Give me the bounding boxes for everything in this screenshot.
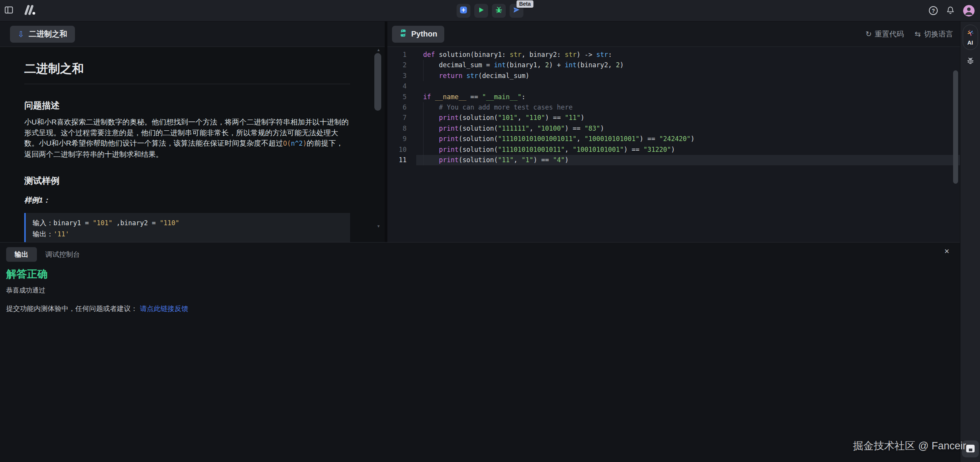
sample-label: 输出：	[33, 230, 53, 238]
reset-icon: ↻	[865, 30, 872, 38]
panel-divider[interactable]	[385, 22, 387, 242]
report-bug-button[interactable]	[966, 57, 975, 66]
code-line[interactable]: 11 print(solution("11", "1") == "4")	[387, 155, 960, 165]
indent-guide	[423, 145, 424, 155]
indent-guide	[423, 123, 424, 134]
sidebar-layout-icon	[5, 6, 13, 15]
debug-button[interactable]	[492, 4, 506, 18]
switch-language-button[interactable]: ⇆ 切换语言	[915, 29, 953, 39]
sample-line: 输入：binary1 = "101" ,binary2 = "110"	[33, 218, 343, 229]
user-avatar-icon	[963, 11, 975, 17]
scroll-up-arrow[interactable]: ▲	[377, 48, 380, 52]
sample-label: 输入：	[33, 219, 53, 227]
notifications-button[interactable]	[946, 6, 955, 16]
feedback-line: 提交功能内测体验中，任何问题或者建议：请点此链接反馈	[6, 304, 960, 313]
problem-title: 二进制之和	[24, 61, 350, 84]
language-tab[interactable]: Python	[392, 26, 444, 43]
problem-description: 小U和小R喜欢探索二进制数字的奥秘。他们想找到一个方法，将两个二进制字符串相加并…	[24, 117, 350, 160]
indent-guide	[423, 60, 424, 70]
indent-guide	[423, 155, 424, 165]
code-line[interactable]: 8 print(solution("111111", "10100") == "…	[387, 123, 960, 134]
line-number: 9	[387, 134, 407, 144]
problem-tabbar: ⇩ 二进制之和	[0, 22, 385, 47]
problem-switch-icon: ⇩	[18, 30, 24, 39]
switch-language-label: 切换语言	[924, 29, 953, 39]
bell-icon	[946, 6, 955, 16]
inline-code: n^2	[291, 140, 303, 147]
problem-scrollbar-thumb[interactable]	[374, 53, 381, 111]
output-panel: 输出 调试控制台 × 解答正确 恭喜成功通过 提交功能内测体验中，任何问题或者建…	[0, 242, 960, 462]
beta-badge: Beta	[517, 0, 533, 8]
tab-debug-console[interactable]: 调试控制台	[45, 250, 80, 259]
code-line[interactable]: 5if __name__ == "__main__":	[387, 92, 960, 102]
feedback-text: 提交功能内测体验中，任何问题或者建议：	[6, 305, 138, 312]
code-line[interactable]: 2 decimal_sum = int(binary1, 2) + int(bi…	[387, 60, 960, 70]
reset-code-button[interactable]: ↻ 重置代码	[865, 29, 904, 39]
play-icon	[478, 7, 485, 15]
problem-panel: ⇩ 二进制之和 二进制之和 问题描述 小U和小R喜欢探索二进制数字的奥秘。他们想…	[0, 22, 385, 242]
code-line[interactable]: 4	[387, 81, 960, 91]
bug-report-icon	[966, 61, 975, 66]
editor-header: Python ↻ 重置代码 ⇆ 切换语言	[387, 22, 960, 47]
close-panel-button[interactable]: ×	[944, 247, 949, 256]
ai-label: AI	[967, 39, 973, 46]
inline-code: )	[303, 140, 307, 147]
topbar: Beta ?	[0, 0, 980, 22]
avatar[interactable]	[963, 5, 975, 17]
app-logo[interactable]	[23, 5, 38, 17]
editor-scrollbar-thumb[interactable]	[953, 70, 958, 184]
result-subtitle: 恭喜成功通过	[6, 286, 960, 295]
add-square-icon	[460, 6, 467, 15]
indent-guide	[423, 102, 424, 113]
widget-corner-button[interactable]	[962, 440, 979, 457]
sample-str: '11'	[53, 230, 69, 238]
submit-button[interactable]: Beta	[510, 4, 523, 18]
indent-guide	[423, 71, 424, 81]
sample-code-block: 输入：binary1 = "101" ,binary2 = "110"输出：'1…	[24, 213, 350, 242]
sample-str: "110"	[159, 219, 179, 227]
code-line[interactable]: 10 print(solution("111010101001011", "10…	[387, 145, 960, 155]
description-heading: 问题描述	[24, 100, 350, 111]
ai-assistant-button[interactable]: AI	[963, 25, 978, 50]
tab-output[interactable]: 输出	[6, 247, 37, 262]
line-number: 2	[387, 60, 407, 70]
code-line[interactable]: 7 print(solution("101", "110") == "11")	[387, 113, 960, 123]
code-line[interactable]: 9 print(solution("111010101001001011", "…	[387, 134, 960, 144]
line-number: 7	[387, 113, 407, 123]
ai-sparkle-icon	[967, 29, 974, 38]
result-title: 解答正确	[6, 267, 960, 281]
line-number: 4	[387, 81, 407, 91]
line-number: 8	[387, 123, 407, 134]
problem-tab-label: 二进制之和	[29, 29, 67, 39]
code-line[interactable]: 3 return str(decimal_sum)	[387, 71, 960, 81]
feedback-link[interactable]: 请点此链接反馈	[140, 305, 188, 312]
line-number: 6	[387, 102, 407, 113]
help-button[interactable]: ?	[929, 6, 938, 15]
sample-str: "101"	[93, 219, 112, 227]
reset-code-label: 重置代码	[875, 29, 904, 39]
code-line[interactable]: 6 # You can add more test cases here	[387, 102, 960, 113]
code-editor[interactable]: 1def solution(binary1: str, binary2: str…	[387, 47, 960, 242]
new-file-button[interactable]	[457, 4, 470, 18]
python-icon	[399, 29, 407, 39]
bug-icon	[495, 6, 503, 15]
line-number: 3	[387, 71, 407, 81]
sample-code: ,binary2 =	[113, 219, 160, 227]
sample-code: binary1 =	[53, 219, 93, 227]
line-number: 11	[387, 155, 407, 165]
inline-code: O(	[283, 140, 291, 147]
code-line[interactable]: 1def solution(binary1: str, binary2: str…	[387, 50, 960, 60]
scroll-down-arrow[interactable]: ▼	[377, 224, 380, 228]
right-rail: AI	[960, 22, 980, 462]
help-icon: ?	[929, 6, 938, 15]
samples-heading: 测试样例	[24, 175, 350, 187]
sidebar-toggle-button[interactable]	[5, 6, 13, 15]
problem-content: 二进制之和 问题描述 小U和小R喜欢探索二进制数字的奥秘。他们想找到一个方法，将…	[0, 47, 385, 242]
swap-icon: ⇆	[915, 30, 921, 38]
window-frame-icon	[965, 444, 975, 454]
line-number: 1	[387, 50, 407, 60]
marscode-logo-icon	[23, 5, 38, 17]
line-number: 10	[387, 145, 407, 155]
run-button[interactable]	[474, 4, 488, 18]
problem-tab[interactable]: ⇩ 二进制之和	[10, 26, 75, 43]
